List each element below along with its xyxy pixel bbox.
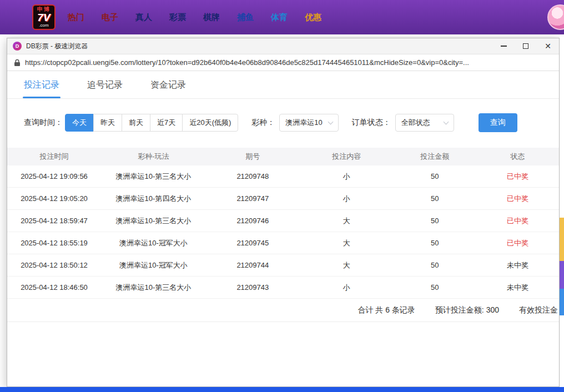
table-row[interactable]: 2025-04-12 19:05:20 澳洲幸运10-第四名大小 2120974… (7, 188, 559, 210)
cell-bet-time: 2025-04-12 18:46:50 (7, 283, 101, 292)
record-tab[interactable]: 资金记录 (150, 72, 186, 98)
time-filter-label: 查询时间： (24, 118, 63, 128)
lottery-filter-label: 彩种： (251, 118, 275, 128)
background-decor (560, 218, 564, 261)
cell-issue-number: 21209744 (206, 261, 300, 269)
column-header: 投注内容 (300, 152, 394, 162)
cell-bet-amount: 50 (394, 261, 476, 269)
lock-icon (14, 59, 21, 67)
record-tab[interactable]: 追号记录 (87, 72, 123, 98)
time-filter-button[interactable]: 今天 (65, 114, 94, 132)
address-bar: https://ctopcp02pcali.uengi5e.com/lotter… (7, 54, 559, 71)
url-text[interactable]: https://ctopcp02pcali.uengi5e.com/lotter… (25, 58, 552, 67)
cell-game-play: 澳洲幸运10-冠军大小 (101, 260, 206, 270)
cell-bet-time: 2025-04-12 19:05:20 (7, 194, 101, 203)
table-row[interactable]: 2025-04-12 18:59:47 澳洲幸运10-第三名大小 2120974… (7, 210, 559, 232)
top-nav-item[interactable]: 彩票 (169, 12, 186, 23)
site-logo-text-7v: 7V (37, 12, 50, 23)
record-tabs: 投注记录 追号记录 资金记录 (7, 72, 559, 99)
top-nav-item[interactable]: 优惠 (305, 12, 321, 23)
chevron-down-icon (443, 119, 449, 125)
time-filter-button[interactable]: 前天 (122, 114, 150, 132)
cell-game-play: 澳洲幸运10-冠军大小 (101, 238, 206, 248)
cell-game-play: 澳洲幸运10-第四名大小 (101, 194, 206, 204)
cell-bet-amount: 50 (394, 283, 476, 292)
table-row[interactable]: 2025-04-12 18:46:50 澳洲幸运10-第三名大小 2120974… (7, 277, 559, 299)
cell-status: 已中奖 (476, 216, 559, 226)
window-titlebar: D DB彩票 - 极速浏览器 ✕ (7, 38, 559, 54)
cell-bet-content: 大 (300, 260, 394, 270)
cell-bet-time: 2025-04-12 18:55:19 (7, 239, 101, 247)
time-filter-group: 今天 昨天 前天 近7天 近20天(低频) (65, 114, 238, 132)
user-avatar[interactable] (547, 4, 564, 30)
cell-bet-amount: 50 (394, 217, 476, 225)
cell-bet-content: 大 (300, 216, 394, 226)
cell-bet-content: 小 (300, 172, 394, 182)
top-nav-item[interactable]: 电子 (102, 12, 118, 23)
table-row[interactable]: 2025-04-12 18:50:12 澳洲幸运10-冠军大小 21209744… (7, 254, 559, 277)
cell-bet-amount: 50 (394, 194, 476, 203)
filter-bar: 查询时间： 今天 昨天 前天 近7天 近20天(低频) 彩种： 澳洲幸运10 订… (24, 113, 559, 132)
cell-game-play: 澳洲幸运10-第三名大小 (101, 283, 206, 293)
search-button[interactable]: 查询 (479, 113, 517, 132)
cell-bet-time: 2025-04-12 18:59:47 (7, 217, 101, 225)
chevron-down-icon (328, 119, 333, 125)
top-nav-item[interactable]: 热门 (68, 12, 84, 23)
page-content: 投注记录 追号记录 资金记录 查询时间： 今天 昨天 前天 近7天 近20天(低… (7, 72, 559, 322)
table-header: 投注时间 彩种-玩法 期号 投注内容 投注金额 状态 (7, 148, 559, 165)
top-nav-item[interactable]: 体育 (271, 12, 288, 23)
cell-status: 已中奖 (476, 172, 559, 182)
cell-issue-number: 21209748 (206, 172, 300, 180)
cell-bet-amount: 50 (394, 239, 476, 247)
background-page-footer (0, 387, 564, 392)
table-row[interactable]: 2025-04-12 18:55:19 澳洲幸运10-冠军大小 21209745… (7, 232, 559, 254)
maximize-button[interactable] (515, 38, 537, 54)
top-nav-item[interactable]: 捕鱼 (237, 12, 254, 23)
column-header: 投注时间 (7, 152, 101, 162)
cell-issue-number: 21209743 (206, 283, 300, 292)
bet-table-body: 2025-04-12 19:09:56 澳洲幸运10-第三名大小 2120974… (7, 165, 559, 299)
cell-status: 未中奖 (476, 260, 559, 270)
cell-issue-number: 21209746 (206, 217, 300, 225)
background-decor (560, 289, 564, 315)
close-button[interactable]: ✕ (537, 38, 559, 54)
lottery-select[interactable]: 澳洲幸运10 (279, 114, 338, 132)
cell-bet-time: 2025-04-12 19:09:56 (7, 172, 101, 180)
cell-game-play: 澳洲幸运10-第三名大小 (101, 216, 206, 226)
column-header: 彩种-玩法 (101, 152, 206, 162)
background-page-sliver (560, 34, 564, 387)
browser-app-icon: D (13, 42, 22, 51)
site-logo-text-com: .com (39, 23, 48, 28)
time-filter-button[interactable]: 近7天 (150, 114, 183, 132)
cell-bet-content: 小 (300, 283, 394, 293)
top-nav: 热门 电子 真人 彩票 棋牌 捕鱼 体育 优惠 (68, 12, 321, 23)
table-row[interactable]: 2025-04-12 19:09:56 澳洲幸运10-第三名大小 2120974… (7, 165, 559, 188)
column-header: 状态 (476, 152, 559, 162)
bet-record-table: 投注时间 彩种-玩法 期号 投注内容 投注金额 状态 2025-04-12 19… (7, 148, 559, 322)
status-select-value: 全部状态 (401, 118, 430, 128)
window-controls: ✕ (492, 38, 559, 54)
site-header: 申博 7V .com 热门 电子 真人 彩票 棋牌 捕鱼 体育 优惠 (0, 0, 564, 34)
cell-bet-time: 2025-04-12 18:50:12 (7, 261, 101, 269)
cell-game-play: 澳洲幸运10-第三名大小 (101, 172, 206, 182)
cell-bet-content: 小 (300, 194, 394, 204)
cell-issue-number: 21209747 (206, 194, 300, 203)
cell-issue-number: 21209745 (206, 239, 300, 247)
time-filter-button[interactable]: 昨天 (93, 114, 122, 132)
cell-bet-amount: 50 (394, 172, 476, 180)
record-tab[interactable]: 投注记录 (24, 72, 59, 98)
minimize-button[interactable] (492, 38, 515, 54)
background-decor (560, 261, 564, 289)
top-nav-item[interactable]: 棋牌 (203, 12, 220, 23)
column-header: 投注金额 (394, 152, 476, 162)
cell-status: 已中奖 (476, 238, 559, 248)
site-logo[interactable]: 申博 7V .com (32, 4, 56, 31)
status-filter-label: 订单状态： (352, 118, 391, 128)
cell-bet-content: 大 (300, 238, 394, 248)
summary-row: 合计 共 6 条记录 预计投注金额: 300 有效投注金 (7, 299, 559, 322)
status-select[interactable]: 全部状态 (395, 114, 454, 132)
column-header: 期号 (206, 152, 300, 162)
top-nav-item[interactable]: 真人 (135, 12, 152, 23)
summary-valid-amount: 有效投注金 (519, 305, 558, 315)
time-filter-button[interactable]: 近20天(低频) (182, 114, 238, 132)
